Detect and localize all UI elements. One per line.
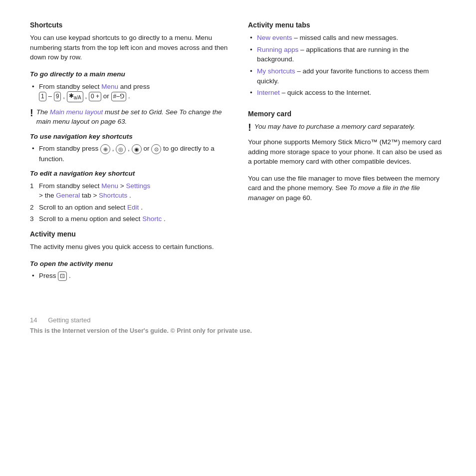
step-num-3: 3 — [30, 214, 34, 224]
right-column: Activity menu tabs New events – missed c… — [248, 20, 446, 286]
left-column: Shortcuts You can use keypad shortcuts t… — [30, 20, 228, 286]
to-use-nav-list: From standby press ⊕ , ◎ , ◉ or ⊙ to go … — [30, 144, 228, 164]
to-go-directly-list: From standby select Menu and press 1 – 9… — [30, 82, 228, 102]
from-standby-press: From standby press — [39, 145, 100, 152]
shortc-link[interactable]: Shortc — [142, 215, 162, 223]
new-events-text: – missed calls and new messages. — [294, 34, 398, 41]
memory-card-body2-text: You can use the file manager to move fil… — [248, 175, 440, 202]
step3-end: . — [164, 215, 166, 223]
to-open-activity-title: To open the activity menu — [30, 259, 228, 269]
note-text-1: The Main menu layout must be set to Grid… — [36, 107, 228, 127]
page-layout: Shortcuts You can use keypad shortcuts t… — [30, 20, 446, 286]
footer-page: 14 Getting started — [30, 316, 446, 325]
new-events-link[interactable]: New events — [257, 34, 292, 41]
or-text: or — [103, 92, 111, 100]
to-edit-nav-title: To edit a navigation key shortcut — [30, 169, 228, 179]
press-label: Press — [39, 272, 58, 279]
settings-link[interactable]: Settings — [126, 182, 150, 190]
footer: 14 Getting started This is the Internet … — [30, 316, 446, 335]
comma-nav-1: , — [112, 145, 116, 152]
step2-text: Scroll to an option and select — [39, 204, 127, 211]
period-press: . — [69, 272, 71, 279]
memory-card-body2: You can use the file manager to move fil… — [248, 174, 446, 203]
nav-key-3: ◉ — [132, 144, 142, 154]
to-use-nav-item: From standby press ⊕ , ◎ , ◉ or ⊙ to go … — [30, 144, 228, 164]
key-0: 0 + — [89, 92, 101, 101]
internet-link[interactable]: Internet — [257, 89, 280, 96]
to-go-directly-item: From standby select Menu and press 1 – 9… — [30, 82, 228, 102]
or-nav: or — [143, 145, 151, 152]
key-hash: #–⅁ — [111, 92, 126, 101]
step2-end: . — [141, 204, 143, 211]
step-num-1: 1 — [30, 181, 34, 191]
note-text-2: You may have to purchase a memory card s… — [254, 122, 415, 132]
running-apps-link[interactable]: Running apps — [257, 46, 298, 53]
tab-item-running-apps: Running apps – applications that are run… — [248, 45, 446, 64]
memory-card-body1: Your phone supports Memory Stick Micro™ … — [248, 137, 446, 167]
activity-menu-title: Activity menu — [30, 229, 228, 239]
key-star: ✱a/A — [67, 91, 83, 102]
page-number: 14 — [30, 316, 37, 324]
page-label: Getting started — [48, 316, 90, 324]
text-from-standby: From standby select — [39, 83, 101, 90]
step-num-2: 2 — [30, 203, 34, 213]
general-link[interactable]: General — [56, 192, 80, 199]
step-2: 2 Scroll to an option and select Edit . — [30, 203, 228, 213]
separator-1 — [248, 103, 446, 109]
comma-1: , — [63, 92, 67, 100]
to-go-directly-title: To go directly to a main menu — [30, 69, 228, 79]
shortcuts-link[interactable]: Shortcuts — [99, 192, 127, 199]
step1-tab: tab > — [82, 192, 99, 199]
activity-menu-tabs-list: New events – missed calls and new messag… — [248, 33, 446, 97]
nav-key-4: ⊙ — [151, 144, 161, 154]
key-9: 9 — [54, 92, 61, 101]
dash-sep: – — [48, 92, 53, 100]
to-open-activity-list: Press ⊡ . — [30, 271, 228, 281]
comma-2: , — [85, 92, 89, 100]
step3-text: Scroll to a menu option and select — [39, 215, 142, 223]
note-block-2: ! You may have to purchase a memory card… — [248, 122, 446, 132]
step-1: 1 From standby select Menu > Settings > … — [30, 181, 228, 201]
activity-menu-tabs-title: Activity menu tabs — [248, 20, 446, 30]
note-icon-2: ! — [248, 122, 251, 132]
key-1: 1 — [39, 92, 46, 101]
shortcuts-title: Shortcuts — [30, 20, 228, 30]
main-menu-layout-link[interactable]: Main menu layout — [50, 108, 103, 116]
tab-item-internet: Internet – quick access to the Internet. — [248, 88, 446, 98]
step1-text1: From standby select — [39, 182, 101, 190]
menu-link-2[interactable]: Menu — [101, 182, 118, 190]
nav-key-2: ◎ — [116, 144, 126, 154]
to-open-activity-item: Press ⊡ . — [30, 271, 228, 281]
to-edit-nav-list: 1 From standby select Menu > Settings > … — [30, 181, 228, 224]
internet-text: – quick access to the Internet. — [282, 89, 371, 96]
to-use-nav-title: To use navigation key shortcuts — [30, 132, 228, 142]
memory-card-title: Memory card — [248, 109, 446, 119]
my-shortcuts-link[interactable]: My shortcuts — [257, 67, 295, 75]
shortcuts-body: You can use keypad shortcuts to go direc… — [30, 33, 228, 62]
note-block-1: ! The Main menu layout must be set to Gr… — [30, 107, 228, 127]
activity-key: ⊡ — [58, 271, 67, 281]
step1-end: . — [129, 192, 131, 199]
nav-key-1: ⊕ — [100, 144, 110, 154]
footer-notice: This is the Internet version of the User… — [30, 326, 446, 335]
step-3: 3 Scroll to a menu option and select Sho… — [30, 214, 228, 224]
period-1: . — [128, 92, 130, 100]
note-text-the: The — [36, 108, 50, 116]
text-and-press: and press — [120, 83, 150, 90]
edit-link[interactable]: Edit — [127, 204, 139, 211]
comma-nav-2: , — [128, 145, 132, 152]
tab-item-my-shortcuts: My shortcuts – add your favorite functio… — [248, 66, 446, 86]
tab-item-new-events: New events – missed calls and new messag… — [248, 33, 446, 43]
step1-text2: > the — [39, 192, 56, 199]
menu-link-1[interactable]: Menu — [101, 83, 118, 90]
note-icon-1: ! — [30, 108, 33, 118]
page-label-spacer — [39, 316, 46, 324]
step1-gt1: > — [120, 182, 126, 190]
activity-menu-body: The activity menu gives you quick access… — [30, 242, 228, 252]
